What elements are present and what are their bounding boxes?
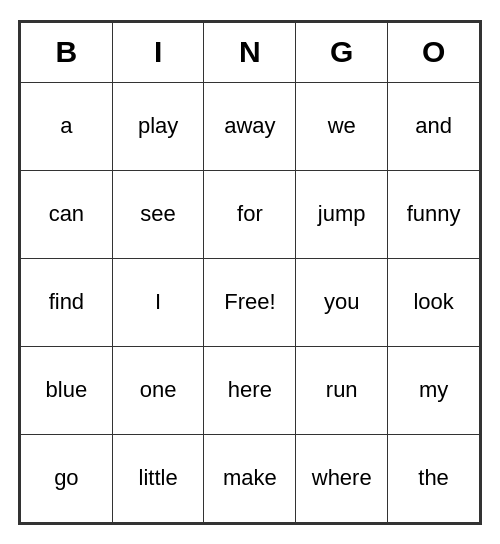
- cell-r4-c0: go: [21, 434, 113, 522]
- header-b: B: [21, 22, 113, 82]
- cell-r2-c2: Free!: [204, 258, 296, 346]
- cell-r4-c4: the: [388, 434, 480, 522]
- table-row: blueonehererunmy: [21, 346, 480, 434]
- cell-r3-c0: blue: [21, 346, 113, 434]
- bingo-body: aplayawayweandcanseeforjumpfunnyfindIFre…: [21, 82, 480, 522]
- cell-r2-c4: look: [388, 258, 480, 346]
- table-row: golittlemakewherethe: [21, 434, 480, 522]
- cell-r4-c1: little: [112, 434, 204, 522]
- cell-r1-c4: funny: [388, 170, 480, 258]
- cell-r1-c2: for: [204, 170, 296, 258]
- table-row: aplayawayweand: [21, 82, 480, 170]
- cell-r3-c4: my: [388, 346, 480, 434]
- bingo-card: B I N G O aplayawayweandcanseeforjumpfun…: [18, 20, 482, 525]
- cell-r3-c1: one: [112, 346, 204, 434]
- cell-r0-c1: play: [112, 82, 204, 170]
- cell-r0-c2: away: [204, 82, 296, 170]
- cell-r3-c3: run: [296, 346, 388, 434]
- table-row: findIFree!youlook: [21, 258, 480, 346]
- cell-r1-c0: can: [21, 170, 113, 258]
- cell-r0-c4: and: [388, 82, 480, 170]
- bingo-table: B I N G O aplayawayweandcanseeforjumpfun…: [20, 22, 480, 523]
- header-row: B I N G O: [21, 22, 480, 82]
- cell-r2-c1: I: [112, 258, 204, 346]
- cell-r0-c0: a: [21, 82, 113, 170]
- cell-r4-c3: where: [296, 434, 388, 522]
- header-n: N: [204, 22, 296, 82]
- cell-r3-c2: here: [204, 346, 296, 434]
- cell-r1-c1: see: [112, 170, 204, 258]
- table-row: canseeforjumpfunny: [21, 170, 480, 258]
- cell-r4-c2: make: [204, 434, 296, 522]
- cell-r1-c3: jump: [296, 170, 388, 258]
- cell-r2-c0: find: [21, 258, 113, 346]
- cell-r2-c3: you: [296, 258, 388, 346]
- header-i: I: [112, 22, 204, 82]
- cell-r0-c3: we: [296, 82, 388, 170]
- header-g: G: [296, 22, 388, 82]
- header-o: O: [388, 22, 480, 82]
